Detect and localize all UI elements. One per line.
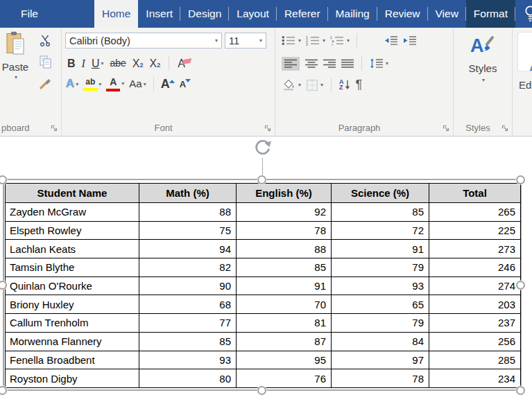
dialog-launcher-icon[interactable] — [501, 125, 508, 132]
cell-math[interactable]: 75 — [139, 221, 237, 240]
cell-science[interactable]: 79 — [332, 258, 429, 277]
cell-english[interactable]: 95 — [237, 351, 332, 369]
tab-mailings[interactable]: Mailing — [328, 0, 377, 28]
cell-name[interactable]: Fenella Broadbent — [6, 351, 139, 369]
cell-english[interactable]: 88 — [237, 240, 332, 258]
editing-group-button[interactable]: A — [517, 32, 532, 71]
subscript-button[interactable]: X2 — [132, 58, 144, 70]
tab-format[interactable]: Format — [466, 0, 515, 28]
resize-handle-top-right[interactable] — [516, 175, 525, 184]
cell-science[interactable]: 91 — [332, 240, 429, 258]
cell-science[interactable]: 79 — [332, 314, 429, 333]
cell-science[interactable]: 78 — [332, 369, 429, 388]
cell-total[interactable]: 285 — [429, 351, 521, 369]
strikethrough-button[interactable]: abe — [110, 58, 126, 69]
tab-review[interactable]: Review — [377, 0, 428, 28]
bullets-button[interactable]: ▾ — [282, 35, 301, 46]
cell-total[interactable]: 246 — [429, 258, 521, 277]
tab-file[interactable]: File — [9, 0, 50, 28]
cell-name[interactable]: Tamsin Blythe — [6, 258, 139, 277]
cell-math[interactable]: 82 — [139, 258, 237, 277]
cell-math[interactable]: 94 — [139, 240, 237, 258]
cell-math[interactable]: 88 — [139, 203, 237, 222]
tab-design[interactable]: Design — [180, 0, 229, 28]
cell-name[interactable]: Quinlan O'Rourke — [6, 276, 139, 295]
tab-tell-me[interactable] — [515, 0, 532, 28]
shrink-font-button[interactable]: A — [180, 79, 191, 90]
tab-references[interactable]: Referer — [277, 0, 328, 28]
cell-science[interactable]: 97 — [332, 351, 429, 369]
dialog-launcher-icon[interactable] — [51, 125, 58, 132]
cell-english[interactable]: 81 — [237, 314, 332, 333]
cell-english[interactable]: 78 — [237, 221, 332, 240]
show-paragraph-marks-button[interactable]: ¶ — [356, 78, 363, 92]
dialog-launcher-icon[interactable] — [443, 125, 449, 132]
numbering-button[interactable]: 123 ▾ — [306, 35, 325, 46]
cell-english[interactable]: 91 — [237, 276, 332, 295]
increase-indent-button[interactable] — [403, 35, 417, 46]
resize-handle-bottom-right[interactable] — [516, 386, 525, 395]
cell-total[interactable]: 256 — [429, 332, 521, 351]
dialog-launcher-icon[interactable] — [264, 125, 271, 132]
tab-layout[interactable]: Layout — [229, 0, 277, 28]
column-header[interactable]: Total — [429, 184, 521, 203]
highlight-button[interactable]: ab▾ — [83, 78, 101, 90]
grow-font-button[interactable]: A — [161, 78, 175, 91]
change-case-button[interactable]: Aa▾ — [129, 78, 146, 90]
decrease-indent-button[interactable] — [384, 35, 398, 46]
paste-button[interactable]: Paste ▾ — [0, 31, 33, 80]
resize-handle-bottom-center[interactable] — [257, 386, 266, 395]
cell-name[interactable]: Morwenna Flannery — [6, 332, 139, 351]
cell-math[interactable]: 68 — [139, 295, 237, 314]
sort-button[interactable]: AZ — [339, 80, 350, 90]
cell-total[interactable]: 237 — [429, 314, 521, 333]
resize-handle-top-center[interactable] — [257, 175, 266, 184]
cell-name[interactable]: Briony Huxley — [6, 295, 139, 314]
cell-science[interactable]: 85 — [332, 203, 429, 222]
cell-name[interactable]: Zayden McGraw — [6, 203, 139, 222]
document-canvas[interactable]: Student NameMath (%)English (%)Science (… — [0, 137, 532, 404]
column-header[interactable]: English (%) — [237, 184, 332, 203]
cell-name[interactable]: Elspeth Rowley — [6, 221, 139, 240]
cell-name[interactable]: Callum Trenholm — [6, 314, 139, 333]
cell-english[interactable]: 87 — [237, 332, 332, 351]
column-header[interactable]: Science (%) — [332, 184, 429, 203]
cell-science[interactable]: 84 — [332, 332, 429, 351]
cell-math[interactable]: 85 — [139, 332, 237, 351]
font-name-select[interactable]: Calibri (Body) ▾ — [65, 33, 222, 49]
cell-english[interactable]: 76 — [237, 369, 332, 388]
cut-icon[interactable] — [40, 35, 51, 46]
tab-insert[interactable]: Insert — [138, 0, 180, 28]
cell-total[interactable]: 274 — [429, 276, 521, 295]
cell-math[interactable]: 93 — [139, 351, 237, 369]
cell-english[interactable]: 92 — [237, 203, 332, 222]
cell-name[interactable]: Lachlan Keats — [6, 240, 139, 258]
cell-total[interactable]: 225 — [429, 221, 521, 240]
cell-total[interactable]: 265 — [429, 203, 521, 222]
cell-math[interactable]: 77 — [139, 314, 237, 333]
text-effects-button[interactable]: A▾ — [66, 78, 78, 91]
bold-button[interactable]: B — [67, 58, 76, 70]
line-spacing-button[interactable]: ▾ — [370, 58, 388, 69]
tab-view[interactable]: View — [428, 0, 466, 28]
superscript-button[interactable]: X2 — [150, 58, 161, 70]
rotate-handle-icon[interactable] — [252, 138, 273, 158]
clear-formatting-button[interactable]: A — [178, 58, 191, 70]
cell-name[interactable]: Royston Digby — [6, 369, 139, 388]
align-left-button[interactable] — [282, 57, 300, 71]
cell-math[interactable]: 90 — [139, 276, 237, 295]
italic-button[interactable]: I — [82, 58, 85, 70]
align-right-button[interactable] — [323, 59, 336, 69]
cell-english[interactable]: 85 — [237, 258, 332, 277]
cell-total[interactable]: 203 — [429, 295, 521, 314]
borders-button[interactable]: ▾ — [307, 80, 323, 91]
cell-science[interactable]: 93 — [332, 276, 429, 295]
resize-handle-bottom-left[interactable] — [0, 386, 7, 395]
shading-button[interactable]: ▾ — [282, 80, 301, 91]
cell-math[interactable]: 80 — [139, 369, 237, 388]
cell-total[interactable]: 234 — [429, 369, 521, 388]
multilevel-list-button[interactable]: 1ai ▾ — [330, 35, 350, 46]
styles-gallery-button[interactable]: A Styles ▾ — [454, 33, 512, 83]
align-center-button[interactable] — [305, 59, 318, 69]
column-header[interactable]: Math (%) — [139, 184, 237, 203]
